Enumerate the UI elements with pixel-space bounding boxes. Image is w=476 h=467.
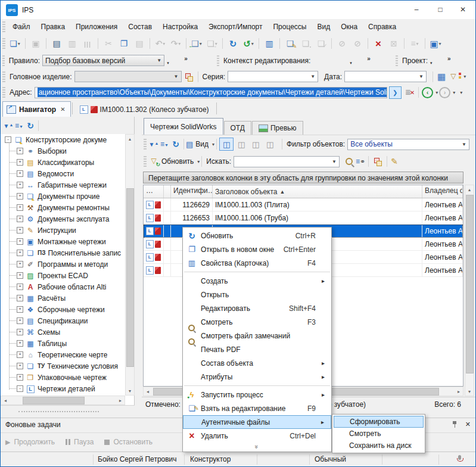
tab-document[interactable]: IM1000.11.302 (Колесо зубчатое) xyxy=(74,102,215,117)
scroll-down-icon[interactable]: ▾ xyxy=(126,387,134,395)
pin-icon[interactable] xyxy=(452,421,458,429)
toolbar-icon-button[interactable]: ▾ xyxy=(278,37,282,50)
tree-item[interactable]: + Расчёты xyxy=(1,292,125,304)
dropdown-arrow-icon[interactable]: ▾ xyxy=(212,142,214,147)
table-vertical-scrollbar[interactable]: ▴ ▾ xyxy=(465,185,474,396)
head-product-combobox[interactable]: ▼ xyxy=(74,71,182,82)
toolbar-icon-button[interactable]: ▾ xyxy=(189,37,204,50)
menubar-item[interactable]: Процессы xyxy=(267,19,312,35)
toolbar-icon-button[interactable]: ▾ xyxy=(220,37,225,50)
context-menu-item[interactable] xyxy=(183,270,331,274)
tree-item[interactable]: + Таблицы xyxy=(1,338,125,349)
tree-vertical-scrollbar[interactable]: ▴ ▾ xyxy=(125,134,135,396)
tree-expand-toggle[interactable]: + xyxy=(17,204,23,211)
object-filter-combobox[interactable]: Все объекты ▼ xyxy=(347,139,469,150)
go-button[interactable] xyxy=(389,86,402,99)
toolbar-icon-button[interactable]: ▾ xyxy=(350,37,365,50)
submenu-item[interactable]: Сохранить на диск xyxy=(334,440,424,452)
tree-item[interactable]: + Габаритные чертежи xyxy=(1,179,125,191)
tree-expand-toggle[interactable]: + xyxy=(17,340,23,347)
view-table-icon[interactable] xyxy=(186,140,193,149)
chevron-down-icon[interactable]: ▼ xyxy=(308,74,315,79)
tree-item[interactable]: + Сборочные чертежи xyxy=(1,304,125,315)
tree-expand-toggle[interactable]: + xyxy=(17,306,23,313)
context-menu-item[interactable]: Смотреть файл замечаний xyxy=(183,329,331,343)
view-mode-master-detail[interactable] xyxy=(219,138,234,151)
toolbar-icon-button[interactable]: ▾ xyxy=(407,37,422,50)
tree-filter-icon[interactable] xyxy=(14,122,24,130)
toolbar-icon-button[interactable]: ▾ xyxy=(241,37,256,50)
tree-expand-toggle[interactable]: + xyxy=(17,193,23,200)
scroll-down-icon[interactable]: ▾ xyxy=(465,387,474,396)
tree-item[interactable]: + Инструкции xyxy=(1,225,125,236)
scrollbar-thumb[interactable] xyxy=(466,195,474,373)
chevron-down-icon[interactable]: ▼ xyxy=(459,142,466,147)
toolbar-icon-button[interactable]: ▾ xyxy=(335,37,349,50)
toolbar-icon-button[interactable]: ▾ xyxy=(402,37,406,50)
context-menu-item[interactable]: Состав объекта xyxy=(183,356,331,370)
toolbar-grip[interactable] xyxy=(396,55,398,66)
tree-item[interactable]: + Выборки xyxy=(1,145,125,157)
address-combobox[interactable]: ационное пространство\Объекты\Документы\… xyxy=(35,87,387,98)
toolbar-icon-button[interactable]: ▾ xyxy=(298,37,313,50)
context-menu-item[interactable]: Печать PDF xyxy=(183,343,331,356)
content-tab[interactable]: ОТД xyxy=(224,121,251,135)
menu-more-chevron-icon[interactable] xyxy=(183,443,331,450)
tree-filter-icon[interactable] xyxy=(159,140,170,148)
toolbar-icon-button[interactable]: ▾ xyxy=(8,37,22,50)
tree-item[interactable]: + Документы прочие xyxy=(1,191,125,202)
find-in-list-icon[interactable] xyxy=(354,157,366,166)
chevron-down-icon[interactable]: ▼ xyxy=(172,74,179,79)
chevron-down-icon[interactable]: ▼ xyxy=(416,74,424,79)
toolbar-icon-button[interactable]: ▾ xyxy=(205,37,219,50)
scroll-up-icon[interactable]: ▴ xyxy=(126,135,134,143)
toolbar-icon-button[interactable]: ▾ xyxy=(257,37,261,50)
close-tab-icon[interactable] xyxy=(59,106,66,113)
continue-button[interactable]: Продолжить xyxy=(5,438,55,446)
context-menu-item[interactable]: Атрибуты xyxy=(183,370,331,384)
scroll-left-icon[interactable]: ◂ xyxy=(1,396,10,404)
tree-item[interactable]: + ПЗ Пояснительные запис xyxy=(1,247,125,259)
tree-expand-toggle[interactable]: + xyxy=(17,227,23,234)
column-header-blank[interactable] xyxy=(164,185,171,198)
tree-expand-toggle[interactable]: + xyxy=(17,374,23,381)
toolbar-icon-button[interactable]: ▾ xyxy=(29,37,43,50)
content-tab[interactable]: Превью xyxy=(252,121,303,135)
tree-expand-toggle[interactable]: + xyxy=(17,272,23,279)
toolbar-grip[interactable] xyxy=(217,55,219,66)
tree-item[interactable]: + Теоретические черте xyxy=(1,349,125,360)
toolbar-icon-button[interactable]: ▾ xyxy=(49,37,64,50)
column-header-title[interactable]: Заголовок объекта ▲ xyxy=(213,185,422,198)
panel-splitter-handle[interactable] xyxy=(1,405,135,418)
context-menu-item[interactable]: Обновить Ctrl+R xyxy=(183,229,331,242)
pause-button[interactable]: Пауза xyxy=(66,438,94,446)
date-combobox[interactable]: ▼ xyxy=(344,71,427,82)
tree-expand-toggle[interactable]: + xyxy=(17,182,23,188)
toolbar-icon-button[interactable]: ▾ xyxy=(44,37,48,50)
tree-item[interactable]: - Чертежи деталей xyxy=(1,383,125,394)
apply-structure-icon[interactable] xyxy=(184,72,194,82)
tree-expand-toggle[interactable]: + xyxy=(17,317,23,324)
tree-item[interactable]: + Ведомости xyxy=(1,168,125,179)
dropdown-arrow-icon[interactable]: ▾ xyxy=(453,90,455,95)
clear-address-icon[interactable] xyxy=(405,88,415,96)
toolbar-icon-button[interactable]: ▾ xyxy=(262,37,276,50)
context-menu-item[interactable]: Открыть в новом окне Ctrl+Enter xyxy=(183,242,331,256)
tree-item[interactable]: + Программы и методи xyxy=(1,259,125,270)
tree-item[interactable]: + Упаковочные чертеж xyxy=(1,372,125,383)
context-menu-item[interactable]: Свойства (Карточка) F4 xyxy=(183,256,331,270)
context-menu-item[interactable]: Взять на редактирование F9 xyxy=(183,401,331,415)
dropdown-arrow-icon[interactable]: ▾ xyxy=(178,41,181,46)
tree-expand-toggle[interactable]: + xyxy=(17,351,23,358)
tree-expand-toggle[interactable]: - xyxy=(17,385,23,392)
tree-expand-toggle[interactable]: + xyxy=(17,329,23,335)
dropdown-arrow-icon[interactable]: ▾ xyxy=(416,41,419,46)
tree-expand-toggle[interactable]: + xyxy=(17,159,23,166)
minimize-button[interactable]: – xyxy=(405,1,428,18)
view-mode-split-horizontal[interactable] xyxy=(235,138,248,150)
toolbar-icon-button[interactable]: ▾ xyxy=(226,37,240,50)
dropdown-arrow-icon[interactable]: ▾ xyxy=(18,41,20,46)
tree-item[interactable]: + Спецификации xyxy=(1,315,125,326)
dropdown-arrow-icon[interactable]: ▾ xyxy=(439,41,441,46)
toolbar-grip[interactable] xyxy=(2,71,5,82)
